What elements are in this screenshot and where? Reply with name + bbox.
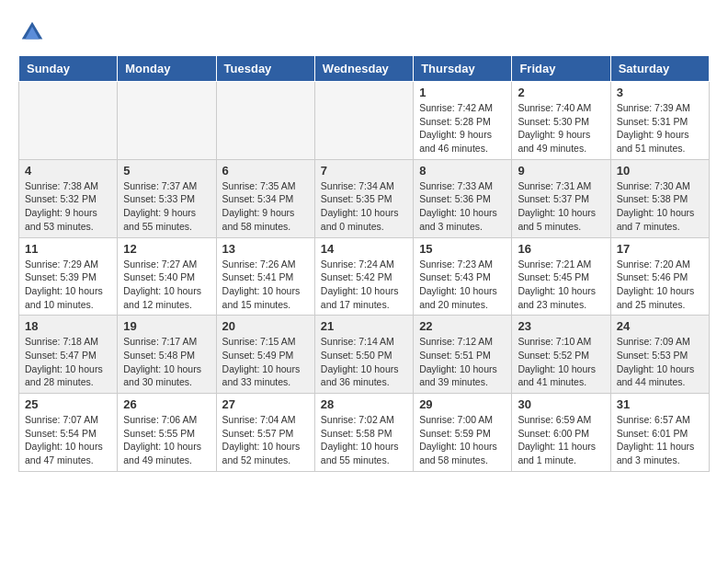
calendar-day: 21Sunrise: 7:14 AM Sunset: 5:50 PM Dayli… (314, 316, 413, 394)
calendar-day: 31Sunrise: 6:57 AM Sunset: 6:01 PM Dayli… (610, 394, 709, 472)
day-info: Sunrise: 7:39 AM Sunset: 5:31 PM Dayligh… (617, 101, 703, 155)
calendar-day (118, 82, 216, 160)
calendar-day: 7Sunrise: 7:34 AM Sunset: 5:35 PM Daylig… (314, 159, 413, 237)
calendar-day: 22Sunrise: 7:12 AM Sunset: 5:51 PM Dayli… (414, 316, 512, 394)
day-number: 6 (222, 164, 309, 178)
col-sunday: Sunday (19, 56, 118, 82)
day-number: 16 (518, 242, 604, 256)
calendar-day: 9Sunrise: 7:31 AM Sunset: 5:37 PM Daylig… (512, 159, 610, 237)
calendar-day: 14Sunrise: 7:24 AM Sunset: 5:42 PM Dayli… (314, 237, 413, 316)
day-info: Sunrise: 7:42 AM Sunset: 5:28 PM Dayligh… (419, 101, 506, 155)
day-info: Sunrise: 7:34 AM Sunset: 5:35 PM Dayligh… (321, 179, 407, 234)
day-number: 2 (518, 86, 604, 99)
day-number: 22 (419, 319, 506, 333)
day-number: 3 (617, 86, 703, 99)
day-info: Sunrise: 7:18 AM Sunset: 5:47 PM Dayligh… (25, 335, 111, 389)
calendar-day: 18Sunrise: 7:18 AM Sunset: 5:47 PM Dayli… (19, 316, 118, 394)
day-info: Sunrise: 6:57 AM Sunset: 6:01 PM Dayligh… (617, 413, 703, 467)
day-info: Sunrise: 7:29 AM Sunset: 5:39 PM Dayligh… (25, 258, 111, 312)
day-info: Sunrise: 7:14 AM Sunset: 5:50 PM Dayligh… (321, 335, 407, 389)
calendar-week-3: 11Sunrise: 7:29 AM Sunset: 5:39 PM Dayli… (19, 237, 710, 316)
calendar-week-5: 25Sunrise: 7:07 AM Sunset: 5:54 PM Dayli… (19, 394, 710, 472)
calendar-week-1: 1Sunrise: 7:42 AM Sunset: 5:28 PM Daylig… (19, 82, 710, 160)
day-number: 17 (617, 242, 703, 256)
day-number: 10 (617, 164, 703, 178)
page-header (18, 18, 710, 46)
col-monday: Monday (118, 56, 216, 82)
col-saturday: Saturday (610, 56, 709, 82)
calendar-day: 8Sunrise: 7:33 AM Sunset: 5:36 PM Daylig… (414, 159, 512, 237)
day-info: Sunrise: 7:06 AM Sunset: 5:55 PM Dayligh… (123, 413, 210, 467)
day-info: Sunrise: 7:33 AM Sunset: 5:36 PM Dayligh… (419, 179, 506, 234)
calendar-day: 19Sunrise: 7:17 AM Sunset: 5:48 PM Dayli… (118, 316, 216, 394)
calendar-day: 24Sunrise: 7:09 AM Sunset: 5:53 PM Dayli… (610, 316, 709, 394)
day-info: Sunrise: 7:31 AM Sunset: 5:37 PM Dayligh… (518, 179, 604, 234)
calendar-day: 23Sunrise: 7:10 AM Sunset: 5:52 PM Dayli… (512, 316, 610, 394)
day-info: Sunrise: 7:23 AM Sunset: 5:43 PM Dayligh… (419, 258, 506, 312)
calendar-day: 4Sunrise: 7:38 AM Sunset: 5:32 PM Daylig… (19, 159, 118, 237)
day-number: 1 (419, 86, 506, 99)
calendar-day: 3Sunrise: 7:39 AM Sunset: 5:31 PM Daylig… (610, 82, 709, 160)
day-number: 11 (25, 242, 111, 256)
calendar-day: 2Sunrise: 7:40 AM Sunset: 5:30 PM Daylig… (512, 82, 610, 160)
header-row: Sunday Monday Tuesday Wednesday Thursday… (19, 56, 710, 82)
day-number: 9 (518, 164, 604, 178)
calendar-day: 16Sunrise: 7:21 AM Sunset: 5:45 PM Dayli… (512, 237, 610, 316)
calendar-week-4: 18Sunrise: 7:18 AM Sunset: 5:47 PM Dayli… (19, 316, 710, 394)
calendar-day: 6Sunrise: 7:35 AM Sunset: 5:34 PM Daylig… (216, 159, 314, 237)
day-info: Sunrise: 7:07 AM Sunset: 5:54 PM Dayligh… (25, 413, 111, 467)
day-info: Sunrise: 7:20 AM Sunset: 5:46 PM Dayligh… (617, 258, 703, 312)
calendar-day: 13Sunrise: 7:26 AM Sunset: 5:41 PM Dayli… (216, 237, 314, 316)
calendar-day: 29Sunrise: 7:00 AM Sunset: 5:59 PM Dayli… (414, 394, 512, 472)
calendar-day: 20Sunrise: 7:15 AM Sunset: 5:49 PM Dayli… (216, 316, 314, 394)
logo-icon (18, 18, 46, 46)
col-tuesday: Tuesday (216, 56, 314, 82)
calendar-day: 26Sunrise: 7:06 AM Sunset: 5:55 PM Dayli… (118, 394, 216, 472)
day-number: 4 (25, 164, 111, 178)
day-number: 12 (123, 242, 210, 256)
calendar: Sunday Monday Tuesday Wednesday Thursday… (18, 55, 710, 472)
calendar-day: 12Sunrise: 7:27 AM Sunset: 5:40 PM Dayli… (118, 237, 216, 316)
calendar-day (19, 82, 118, 160)
calendar-week-2: 4Sunrise: 7:38 AM Sunset: 5:32 PM Daylig… (19, 159, 710, 237)
day-info: Sunrise: 7:35 AM Sunset: 5:34 PM Dayligh… (222, 179, 309, 234)
calendar-day (314, 82, 413, 160)
day-info: Sunrise: 7:21 AM Sunset: 5:45 PM Dayligh… (518, 258, 604, 312)
day-info: Sunrise: 7:40 AM Sunset: 5:30 PM Dayligh… (518, 101, 604, 155)
col-wednesday: Wednesday (314, 56, 413, 82)
day-number: 26 (123, 397, 210, 411)
calendar-day: 5Sunrise: 7:37 AM Sunset: 5:33 PM Daylig… (118, 159, 216, 237)
day-number: 24 (617, 319, 703, 333)
calendar-day: 28Sunrise: 7:02 AM Sunset: 5:58 PM Dayli… (314, 394, 413, 472)
calendar-day: 25Sunrise: 7:07 AM Sunset: 5:54 PM Dayli… (19, 394, 118, 472)
calendar-day: 1Sunrise: 7:42 AM Sunset: 5:28 PM Daylig… (414, 82, 512, 160)
day-number: 29 (419, 397, 506, 411)
day-number: 13 (222, 242, 309, 256)
day-info: Sunrise: 7:10 AM Sunset: 5:52 PM Dayligh… (518, 335, 604, 389)
day-info: Sunrise: 7:38 AM Sunset: 5:32 PM Dayligh… (25, 179, 111, 234)
day-number: 5 (123, 164, 210, 178)
day-number: 7 (321, 164, 407, 178)
day-info: Sunrise: 7:12 AM Sunset: 5:51 PM Dayligh… (419, 335, 506, 389)
day-info: Sunrise: 7:00 AM Sunset: 5:59 PM Dayligh… (419, 413, 506, 467)
day-info: Sunrise: 7:26 AM Sunset: 5:41 PM Dayligh… (222, 258, 309, 312)
day-info: Sunrise: 7:04 AM Sunset: 5:57 PM Dayligh… (222, 413, 309, 467)
calendar-day: 10Sunrise: 7:30 AM Sunset: 5:38 PM Dayli… (610, 159, 709, 237)
day-info: Sunrise: 7:02 AM Sunset: 5:58 PM Dayligh… (321, 413, 407, 467)
calendar-day: 27Sunrise: 7:04 AM Sunset: 5:57 PM Dayli… (216, 394, 314, 472)
day-number: 14 (321, 242, 407, 256)
day-number: 31 (617, 397, 703, 411)
day-number: 18 (25, 319, 111, 333)
day-info: Sunrise: 7:30 AM Sunset: 5:38 PM Dayligh… (617, 179, 703, 234)
col-thursday: Thursday (414, 56, 512, 82)
day-number: 21 (321, 319, 407, 333)
calendar-day: 15Sunrise: 7:23 AM Sunset: 5:43 PM Dayli… (414, 237, 512, 316)
day-number: 8 (419, 164, 506, 178)
day-info: Sunrise: 7:17 AM Sunset: 5:48 PM Dayligh… (123, 335, 210, 389)
day-number: 19 (123, 319, 210, 333)
day-number: 20 (222, 319, 309, 333)
day-number: 28 (321, 397, 407, 411)
day-number: 27 (222, 397, 309, 411)
calendar-day: 30Sunrise: 6:59 AM Sunset: 6:00 PM Dayli… (512, 394, 610, 472)
day-info: Sunrise: 7:15 AM Sunset: 5:49 PM Dayligh… (222, 335, 309, 389)
